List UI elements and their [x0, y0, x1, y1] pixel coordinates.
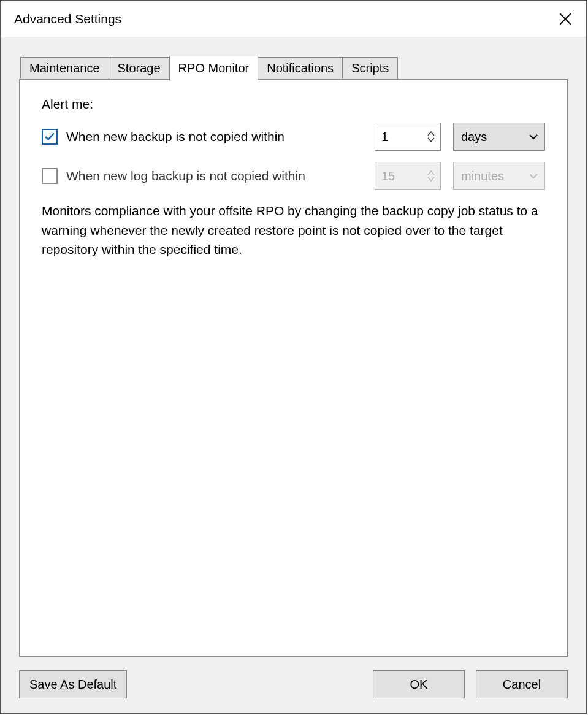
alert-log-backup-checkbox[interactable] — [42, 168, 58, 184]
alert-me-label: Alert me: — [42, 97, 545, 112]
client-area: Maintenance Storage RPO Monitor Notifica… — [1, 37, 586, 713]
alert-backup-row: When new backup is not copied within 1 d… — [42, 123, 545, 151]
dialog-title: Advanced Settings — [14, 12, 121, 26]
check-icon — [44, 131, 55, 142]
alert-log-backup-label: When new log backup is not copied within — [66, 169, 305, 183]
alert-log-backup-value-text: 15 — [375, 162, 422, 189]
alert-log-backup-value: 15 — [375, 162, 441, 190]
chevron-down-icon — [529, 134, 538, 140]
tab-notifications[interactable]: Notifications — [258, 57, 343, 79]
titlebar: Advanced Settings — [1, 1, 586, 37]
alert-log-backup-unit-text: minutes — [461, 169, 529, 183]
ok-button[interactable]: OK — [373, 670, 465, 698]
alert-log-backup-row: When new log backup is not copied within… — [42, 162, 545, 190]
alert-backup-value[interactable]: 1 — [375, 123, 441, 151]
alert-backup-unit[interactable]: days — [453, 123, 545, 151]
alert-backup-value-text: 1 — [375, 123, 422, 150]
cancel-button[interactable]: Cancel — [476, 670, 568, 698]
chevron-up-icon — [427, 131, 435, 137]
chevron-down-icon — [427, 176, 435, 182]
alert-log-backup-unit: minutes — [453, 162, 545, 190]
tab-storage[interactable]: Storage — [109, 57, 170, 79]
alert-backup-checkbox[interactable] — [42, 129, 58, 145]
tab-scripts[interactable]: Scripts — [342, 57, 398, 79]
close-icon — [559, 13, 571, 25]
chevron-down-icon — [529, 173, 538, 179]
alert-backup-unit-text: days — [461, 130, 529, 144]
tab-rpo-monitor[interactable]: RPO Monitor — [169, 56, 259, 80]
tab-strip: Maintenance Storage RPO Monitor Notifica… — [20, 56, 568, 79]
chevron-down-icon — [427, 137, 435, 143]
rpo-description: Monitors compliance with your offsite RP… — [42, 201, 544, 259]
save-as-default-button[interactable]: Save As Default — [19, 670, 127, 698]
spinner-arrows — [422, 162, 440, 189]
advanced-settings-dialog: Advanced Settings Maintenance Storage RP… — [0, 0, 587, 714]
tab-maintenance[interactable]: Maintenance — [20, 57, 109, 79]
chevron-up-icon — [427, 170, 435, 176]
alert-backup-label: When new backup is not copied within — [66, 129, 284, 144]
rpo-monitor-panel: Alert me: When new backup is not copied … — [19, 79, 568, 657]
dialog-footer: Save As Default OK Cancel — [19, 657, 568, 698]
spinner-arrows[interactable] — [422, 123, 440, 150]
close-button[interactable] — [552, 6, 579, 32]
